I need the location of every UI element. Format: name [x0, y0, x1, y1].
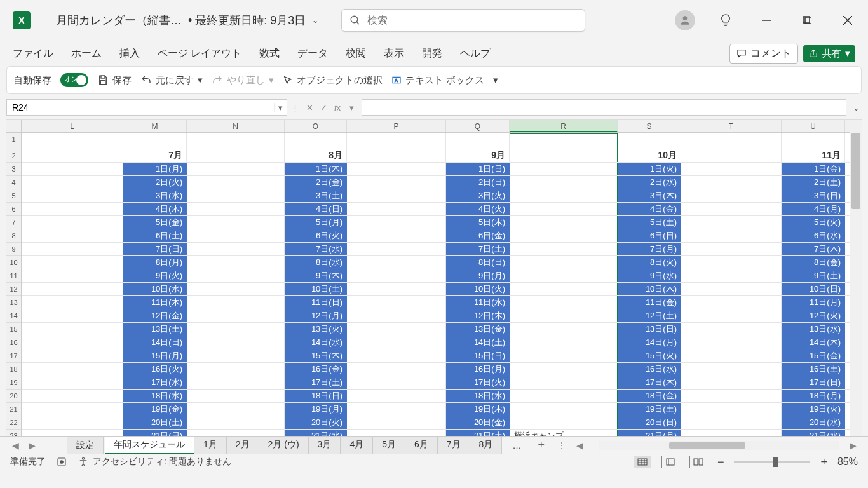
cell-S10[interactable]: 8日(火) [618, 256, 681, 269]
cell-U10[interactable]: 8日(金) [782, 256, 845, 269]
cell-P19[interactable] [347, 376, 446, 389]
cell-Q10[interactable]: 8日(日) [446, 256, 510, 269]
page-layout-view-button[interactable] [661, 456, 679, 468]
cell-U2[interactable]: 11月 [782, 149, 845, 162]
cell-S21[interactable]: 19日(土) [618, 403, 681, 416]
cell-Q9[interactable]: 7日(土) [446, 243, 510, 255]
cell-R9[interactable] [510, 243, 618, 255]
cell-O19[interactable]: 17日(土) [285, 376, 347, 389]
cell-Q21[interactable]: 19日(木) [446, 403, 510, 416]
cell-S11[interactable]: 9日(水) [618, 269, 681, 282]
cell-T14[interactable] [681, 309, 782, 322]
cell-M23[interactable]: 21日(日) [123, 430, 187, 436]
cell-P9[interactable] [347, 243, 446, 255]
undo-button[interactable]: 元に戻す▾ [140, 74, 203, 86]
cell-Q6[interactable]: 4日(火) [446, 203, 510, 215]
cell-N14[interactable] [187, 309, 285, 322]
cell-L12[interactable] [22, 283, 123, 295]
close-button[interactable] [832, 5, 863, 36]
row-header-20[interactable]: 20 [6, 390, 21, 403]
cell-L14[interactable] [22, 309, 123, 322]
row-header-21[interactable]: 21 [6, 403, 21, 416]
cell-N4[interactable] [187, 176, 285, 189]
cell-N17[interactable] [187, 349, 285, 362]
cell-S9[interactable]: 7日(月) [618, 243, 681, 255]
cell-Q7[interactable]: 5日(木) [446, 216, 510, 229]
cell-L13[interactable] [22, 296, 123, 309]
cell-T23[interactable] [681, 430, 782, 436]
cell-O7[interactable]: 5日(月) [285, 216, 347, 229]
row-header-15[interactable]: 15 [6, 323, 21, 336]
cell-N15[interactable] [187, 323, 285, 336]
cell-U13[interactable]: 11日(月) [782, 296, 845, 309]
cell-P18[interactable] [347, 363, 446, 376]
row-header-18[interactable]: 18 [6, 363, 21, 376]
cell-U12[interactable]: 10日(日) [782, 283, 845, 295]
cell-S2[interactable]: 10月 [618, 149, 681, 162]
chevron-down-icon[interactable]: ▾ [269, 74, 274, 86]
cell-M22[interactable]: 20日(土) [123, 416, 187, 429]
vertical-scrollbar[interactable] [850, 120, 862, 436]
cell-L10[interactable] [22, 256, 123, 269]
cell-N3[interactable] [187, 163, 285, 175]
cell-M9[interactable]: 7日(日) [123, 243, 187, 255]
cell-N11[interactable] [187, 269, 285, 282]
cell-L4[interactable] [22, 176, 123, 189]
cell-O9[interactable]: 7日(水) [285, 243, 347, 255]
row-header-3[interactable]: 3 [6, 163, 21, 176]
cell-M7[interactable]: 5日(金) [123, 216, 187, 229]
cell-R16[interactable] [510, 336, 618, 349]
cell-T2[interactable] [681, 149, 782, 162]
cell-P16[interactable] [347, 336, 446, 349]
column-header-S[interactable]: S [618, 120, 681, 132]
cell-R2[interactable] [510, 149, 618, 162]
cell-S3[interactable]: 1日(火) [618, 163, 681, 175]
page-break-view-button[interactable] [689, 456, 707, 468]
tab-view[interactable]: 表示 [384, 43, 404, 64]
tab-insert[interactable]: 挿入 [119, 43, 140, 64]
cell-R6[interactable] [510, 203, 618, 215]
cell-M5[interactable]: 3日(水) [123, 189, 187, 202]
cell-M13[interactable]: 11日(木) [123, 296, 187, 309]
cell-U6[interactable]: 4日(月) [782, 203, 845, 215]
cell-O15[interactable]: 13日(火) [285, 323, 347, 336]
cell-M2[interactable]: 7月 [123, 149, 187, 162]
cell-P10[interactable] [347, 256, 446, 269]
tab-file[interactable]: ファイル [13, 43, 53, 64]
cell-R14[interactable] [510, 309, 618, 322]
cell-R22[interactable] [510, 416, 618, 429]
row-header-10[interactable]: 10 [6, 256, 21, 269]
cell-O12[interactable]: 10日(土) [285, 283, 347, 295]
cell-N20[interactable] [187, 390, 285, 402]
cell-M14[interactable]: 12日(金) [123, 309, 187, 322]
cell-O8[interactable]: 6日(火) [285, 229, 347, 242]
column-header-Q[interactable]: Q [446, 120, 510, 132]
cell-N16[interactable] [187, 336, 285, 349]
cell-R21[interactable] [510, 403, 618, 416]
sheet-tab[interactable]: 3月 [309, 437, 341, 454]
column-header-U[interactable]: U [782, 120, 845, 132]
cell-T6[interactable] [681, 203, 782, 215]
cell-U8[interactable]: 6日(水) [782, 229, 845, 242]
tab-developer[interactable]: 開発 [422, 43, 442, 64]
cell-P8[interactable] [347, 229, 446, 242]
cell-R3[interactable] [510, 163, 618, 175]
cell-Q3[interactable]: 1日(日) [446, 163, 510, 175]
sheet-tab[interactable]: 4月 [341, 437, 373, 454]
cell-S20[interactable]: 18日(金) [618, 390, 681, 402]
cell-P3[interactable] [347, 163, 446, 175]
cell-L5[interactable] [22, 189, 123, 202]
cell-R4[interactable] [510, 176, 618, 189]
cell-U3[interactable]: 1日(金) [782, 163, 845, 175]
cell-L19[interactable] [22, 376, 123, 389]
cell-M6[interactable]: 4日(木) [123, 203, 187, 215]
cell-R19[interactable] [510, 376, 618, 389]
cell-T1[interactable] [681, 133, 782, 149]
cell-Q13[interactable]: 11日(水) [446, 296, 510, 309]
cell-Q16[interactable]: 14日(土) [446, 336, 510, 349]
cell-P14[interactable] [347, 309, 446, 322]
cell-T10[interactable] [681, 256, 782, 269]
cell-R7[interactable] [510, 216, 618, 229]
cell-O20[interactable]: 18日(日) [285, 390, 347, 402]
cell-O16[interactable]: 14日(水) [285, 336, 347, 349]
